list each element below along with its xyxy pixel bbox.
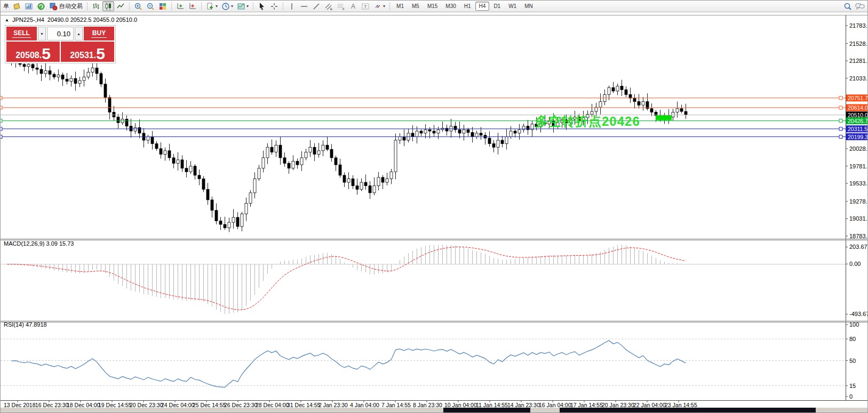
horizontal-line-icon[interactable]	[298, 1, 310, 11]
periods-dropdown-caret[interactable]: ▾	[231, 4, 233, 9]
templates-icon[interactable]	[204, 1, 216, 11]
vertical-line-icon[interactable]	[286, 1, 298, 11]
new-order-button[interactable]: 单	[2, 2, 10, 10]
buy-button[interactable]: BUY	[84, 27, 114, 41]
trendline-icon[interactable]	[310, 1, 322, 11]
line-handle[interactable]	[1, 119, 2, 123]
line-handle[interactable]	[839, 96, 842, 100]
toolbar: 单 自动交易 ▾ ▾ ▾ E F A T	[1, 1, 867, 12]
sell-price[interactable]: 20508.5	[6, 42, 60, 62]
collapse-arrow-icon[interactable]: ▲	[5, 18, 9, 22]
line-handle[interactable]	[839, 119, 842, 123]
y-axis-label: 19031.0	[849, 215, 868, 222]
y-axis-label: 19278.5	[849, 198, 868, 205]
toolbar-separator	[129, 2, 130, 10]
macd-axis-label: -493.67	[849, 311, 868, 317]
timeframe-button-m5[interactable]: M5	[408, 2, 423, 11]
market-watch-icon[interactable]	[35, 1, 47, 11]
rsi-axis-label: 0	[849, 393, 853, 400]
fibonacci-icon[interactable]: F	[335, 1, 347, 11]
y-axis-label: 21528.5	[849, 41, 868, 47]
templates-dropdown-caret[interactable]: ▾	[216, 4, 218, 9]
rsi-axis-label: 15	[849, 383, 856, 389]
arrows-tool-icon[interactable]	[372, 1, 384, 11]
chart-shift-icon[interactable]	[187, 1, 198, 11]
label-tool-icon[interactable]: T	[360, 1, 371, 11]
svg-text:F: F	[343, 7, 345, 11]
macd-indicator-label: MACD(12,26,9) 3.09 15.73	[4, 240, 74, 247]
timeframe-button-w1[interactable]: W1	[505, 2, 520, 11]
macd-signal-line	[7, 247, 686, 310]
line-handle[interactable]	[1, 135, 2, 139]
price-tag-label: 20751.7	[848, 95, 868, 101]
autotrading-icon	[49, 2, 58, 11]
tile-windows-icon[interactable]	[157, 1, 169, 11]
timeframe-button-h1[interactable]: H1	[460, 2, 475, 11]
toolbar-separator	[201, 2, 202, 10]
volume-input[interactable]	[47, 27, 74, 41]
rsi-axis-label: 50	[849, 358, 856, 364]
rsi-axis-label: 100	[849, 321, 859, 328]
line-handle[interactable]	[1, 106, 2, 109]
indicators-dropdown-caret[interactable]: ▾	[246, 4, 249, 9]
rsi-line	[12, 341, 686, 387]
y-axis-label: 21033.5	[849, 75, 868, 82]
cursor-icon[interactable]	[256, 1, 268, 11]
search-icon[interactable]	[842, 1, 854, 11]
taskbar-segment	[560, 408, 816, 412]
macd-axis-label: 0.00	[849, 261, 861, 267]
line-handle[interactable]	[839, 135, 842, 139]
toolbar-separator	[283, 2, 283, 10]
taskbar-segment	[443, 408, 530, 412]
y-axis-label: 20028.5	[849, 145, 868, 152]
autotrading-button[interactable]: 自动交易	[47, 2, 84, 11]
auto-scroll-icon[interactable]	[174, 1, 186, 11]
charts-icon[interactable]	[23, 1, 35, 11]
price-tag-label: 20614.0	[848, 104, 868, 111]
zoom-in-icon[interactable]	[132, 1, 144, 11]
timeframe-button-h4[interactable]: H4	[475, 2, 490, 11]
indicators-icon[interactable]	[235, 1, 247, 11]
chart-canvas[interactable]: 21783.521528.521281.021033.520028.519781…	[1, 12, 868, 413]
y-axis-label: 21281.0	[849, 58, 868, 64]
price-tag-label: 20426.7	[848, 118, 868, 124]
line-handle[interactable]	[1, 96, 2, 100]
candlestick-chart-icon[interactable]	[102, 1, 114, 11]
timeframe-button-m30[interactable]: M30	[442, 2, 459, 11]
volume-increase-button[interactable]: ▲	[75, 27, 83, 41]
chart-title: ▲ JPN225-,H4 20490.0 20522.5 20455.0 205…	[5, 17, 137, 23]
highlight-rectangle[interactable]	[656, 116, 672, 120]
rsi-axis-label: 80	[849, 336, 856, 342]
volume-decrease-button[interactable]: ▼	[38, 27, 46, 41]
chart-symbol-period: JPN225-,H4	[12, 17, 44, 23]
line-handle[interactable]	[839, 127, 842, 131]
timeframe-button-m1[interactable]: M1	[393, 2, 408, 11]
one-click-trading-panel: SELL ▼ ▲ BUY 20508.5 20531.5	[5, 25, 116, 63]
line-handle[interactable]	[839, 106, 842, 109]
chat-icon[interactable]	[854, 1, 866, 11]
macd-axis-label: 203.67	[849, 244, 867, 250]
buy-price[interactable]: 20531.5	[61, 42, 114, 62]
toolbar-separator	[87, 2, 87, 10]
sell-button[interactable]: SELL	[6, 27, 37, 41]
y-axis-label: 21783.5	[849, 22, 868, 29]
bar-chart-icon[interactable]	[90, 1, 102, 11]
timeframe-button-d1[interactable]: D1	[490, 2, 504, 11]
zoom-out-icon[interactable]	[145, 1, 156, 11]
status-bar	[1, 408, 867, 412]
timeframe-button-mn[interactable]: MN	[521, 2, 537, 11]
y-axis-label: 19781.0	[849, 163, 868, 169]
arrows-dropdown-caret[interactable]: ▾	[383, 4, 385, 9]
mt4-window: 单 自动交易 ▾ ▾ ▾ E F A T	[0, 0, 868, 413]
crosshair-icon[interactable]	[268, 1, 280, 11]
timeframe-bar: M1M5M15M30H1H4D1W1MN	[393, 2, 537, 11]
text-tool-icon[interactable]: A	[347, 1, 359, 11]
chart-ohlc-values: 20490.0 20522.5 20455.0 20510.0	[47, 17, 137, 23]
equidistant-channel-icon[interactable]: E	[323, 1, 335, 11]
periods-icon[interactable]	[220, 1, 232, 11]
line-chart-icon[interactable]	[115, 1, 126, 11]
new-order-icon[interactable]	[11, 1, 22, 11]
line-handle[interactable]	[1, 127, 2, 131]
chart-text-annotation[interactable]: 多空转折点20426	[535, 113, 640, 130]
timeframe-button-m15[interactable]: M15	[424, 2, 441, 11]
